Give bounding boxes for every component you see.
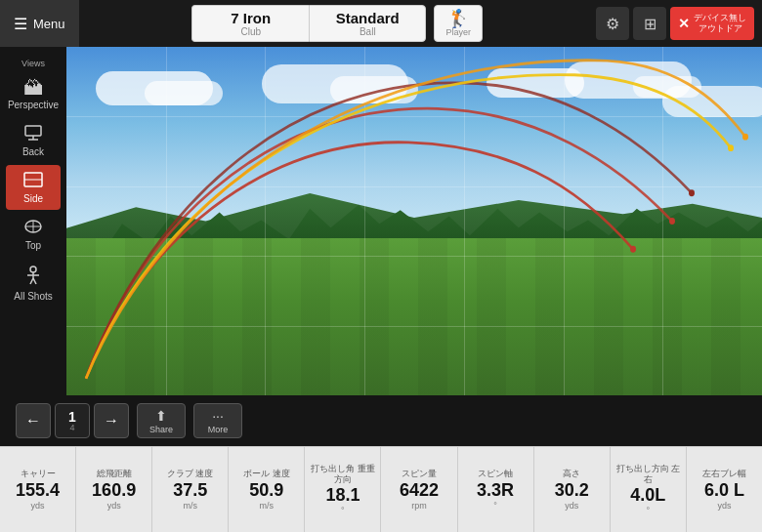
sidebar-item-perspective[interactable]: 🏔 Perspective	[6, 72, 61, 116]
player-icon: 🏌	[447, 10, 469, 27]
stat-label: スピン量	[402, 469, 437, 479]
stat-unit: yds	[107, 501, 121, 511]
header: ☰ Menu 7 Iron Club Standard Ball 🏌 Playe…	[0, 0, 762, 47]
clouds	[66, 57, 762, 214]
stat-label: 左右ブレ幅	[702, 469, 746, 479]
player-selector[interactable]: 🏌 Player	[434, 5, 483, 42]
stat-item-8: 打ち出し方向 左右 4.0L °	[611, 447, 687, 532]
menu-label: Menu	[33, 17, 65, 31]
ball-sublabel: Ball	[329, 26, 405, 37]
next-button[interactable]: →	[94, 403, 129, 438]
svg-point-8	[30, 266, 36, 272]
stat-label: スピン軸	[478, 469, 513, 479]
stat-unit: °	[646, 506, 650, 515]
menu-button[interactable]: ☰ Menu	[0, 0, 79, 47]
svg-line-12	[33, 278, 36, 284]
stat-value: 50.9	[249, 481, 283, 499]
fairway	[66, 238, 762, 395]
top-icon	[22, 218, 44, 238]
stat-unit: °	[341, 506, 345, 515]
top-label: Top	[25, 240, 41, 251]
stat-value: 155.4	[16, 481, 60, 499]
ball-name: Standard	[329, 10, 405, 26]
settings-icon: ⚙	[606, 15, 619, 33]
device-label: デバイス無しアウトドア	[694, 13, 746, 34]
stat-unit: °	[493, 501, 497, 511]
more-button[interactable]: ··· More	[193, 403, 242, 438]
stat-item-0: キャリー 155.4 yds	[0, 447, 76, 532]
next-icon: →	[104, 412, 119, 430]
all-shots-label: All Shots	[14, 291, 52, 302]
stat-item-2: クラブ 速度 37.5 m/s	[152, 447, 229, 532]
side-label: Side	[23, 193, 43, 204]
all-shots-icon	[22, 265, 44, 289]
perspective-label: Perspective	[8, 100, 59, 110]
back-icon	[22, 124, 44, 144]
stat-item-4: 打ち出し角 重重方向 18.1 °	[305, 447, 381, 532]
device-x-icon: ✕	[678, 16, 690, 31]
more-icon: ···	[212, 408, 224, 424]
share-icon: ⬆	[155, 408, 167, 424]
stat-unit: yds	[31, 501, 45, 511]
stat-unit: yds	[717, 501, 731, 511]
svg-rect-0	[25, 126, 41, 136]
scene	[66, 47, 762, 395]
stat-value: 6.0 L	[704, 481, 744, 499]
stat-unit: m/s	[260, 501, 275, 511]
ball-selector[interactable]: Standard Ball	[309, 5, 426, 42]
sidebar-item-all-shots[interactable]: All Shots	[6, 259, 61, 307]
shot-current: 1	[68, 410, 76, 424]
stat-value: 4.0L	[630, 486, 665, 504]
views-label: Views	[0, 55, 66, 70]
stat-item-7: 高さ 30.2 yds	[534, 447, 611, 532]
stat-label: ボール 速度	[243, 469, 290, 479]
stat-label: キャリー	[21, 469, 56, 479]
stat-value: 3.3R	[477, 481, 514, 499]
stat-value: 30.2	[555, 481, 589, 499]
bottom-controls: ← 1 4 → ⬆ Share ··· More	[0, 395, 762, 446]
share-button[interactable]: ⬆ Share	[137, 403, 186, 438]
stat-unit: yds	[565, 501, 578, 511]
stat-item-3: ボール 速度 50.9 m/s	[229, 447, 305, 532]
grid-icon: ⊞	[644, 15, 656, 33]
prev-icon: ←	[25, 412, 41, 430]
stat-label: 総飛距離	[97, 469, 132, 479]
nav-area: ← 1 4 →	[16, 403, 129, 438]
stat-label: クラブ 速度	[167, 469, 214, 479]
stat-unit: m/s	[183, 501, 197, 511]
header-right: ⚙ ⊞ ✕ デバイス無しアウトドア	[596, 7, 762, 40]
stat-label: 高さ	[563, 469, 580, 479]
grid-button[interactable]: ⊞	[633, 7, 666, 40]
shot-total: 4	[69, 424, 74, 432]
shot-counter: 1 4	[55, 403, 90, 438]
club-name: 7 Iron	[212, 10, 289, 26]
stat-item-6: スピン軸 3.3R °	[458, 447, 534, 532]
stat-item-1: 総飛距離 160.9 yds	[76, 447, 152, 532]
player-label: Player	[446, 27, 472, 37]
svg-line-11	[30, 278, 33, 284]
club-selector[interactable]: 7 Iron Club	[191, 5, 309, 42]
stat-value: 6422	[400, 481, 439, 499]
prev-button[interactable]: ←	[16, 403, 51, 438]
stat-label: 打ち出し角 重重方向	[307, 464, 378, 485]
stat-value: 160.9	[92, 481, 136, 499]
stat-value: 18.1	[325, 486, 360, 504]
perspective-icon: 🏔	[23, 78, 43, 98]
menu-icon: ☰	[14, 15, 27, 33]
share-label: Share	[149, 425, 173, 434]
back-label: Back	[22, 146, 44, 157]
device-button[interactable]: ✕ デバイス無しアウトドア	[670, 7, 754, 40]
sidebar-item-top[interactable]: Top	[6, 212, 61, 257]
club-sublabel: Club	[212, 26, 289, 37]
sidebar-item-side[interactable]: Side	[6, 165, 61, 210]
sidebar: Views 🏔 Perspective Back Side Top All Sh…	[0, 47, 66, 395]
stat-item-5: スピン量 6422 rpm	[381, 447, 457, 532]
header-center: 7 Iron Club Standard Ball 🏌 Player	[79, 5, 596, 42]
stat-item-9: 左右ブレ幅 6.0 L yds	[687, 447, 762, 532]
stats-bar: キャリー 155.4 yds 総飛距離 160.9 yds クラブ 速度 37.…	[0, 446, 762, 532]
more-label: More	[208, 425, 229, 434]
side-icon	[22, 171, 44, 191]
sidebar-item-back[interactable]: Back	[6, 118, 61, 163]
settings-button[interactable]: ⚙	[596, 7, 629, 40]
stat-label: 打ち出し方向 左右	[613, 464, 684, 485]
